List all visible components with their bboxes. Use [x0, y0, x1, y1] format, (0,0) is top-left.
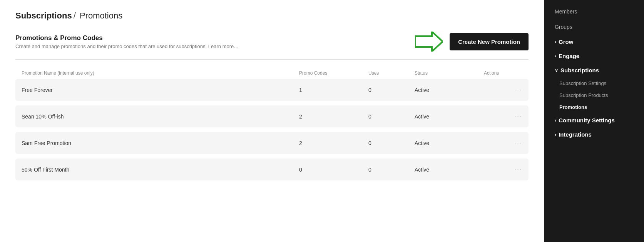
- col-header-actions: Actions: [484, 70, 522, 76]
- table-header: Promotion Name (internal use only) Promo…: [15, 67, 529, 79]
- table-row: Free Forever 1 0 Active ···: [15, 79, 529, 101]
- row-status: Active: [415, 140, 484, 146]
- row-actions-button[interactable]: ···: [484, 112, 522, 120]
- section-info: Promotions & Promo Codes Create and mana…: [15, 34, 239, 49]
- row-name: Sam Free Promotion: [22, 140, 299, 146]
- row-status: Active: [415, 87, 484, 93]
- row-promo-codes: 2: [299, 140, 368, 146]
- sidebar-item-groups[interactable]: Groups: [544, 19, 644, 35]
- svg-marker-0: [415, 32, 443, 52]
- section-divider: [15, 59, 529, 60]
- section-header: Promotions & Promo Codes Create and mana…: [15, 32, 529, 52]
- breadcrumb-separator: /: [74, 11, 76, 20]
- promotions-table: Free Forever 1 0 Active ··· Sean 10% Off…: [15, 79, 529, 180]
- table-row: 50% Off First Month 0 0 Active ···: [15, 159, 529, 180]
- row-promo-codes: 0: [299, 167, 368, 173]
- subscription-products-label: Subscription Products: [559, 92, 608, 98]
- row-status: Active: [415, 113, 484, 120]
- row-uses: 0: [368, 87, 415, 93]
- breadcrumb-current: Promotions: [80, 11, 122, 20]
- grow-chevron-icon: ›: [555, 39, 556, 45]
- subscriptions-chevron-icon: ∨: [555, 68, 558, 73]
- engage-chevron-icon: ›: [555, 53, 556, 59]
- sidebar: Members Groups › Grow › Engage ∨ Subscri…: [544, 0, 644, 242]
- breadcrumb-parent: Subscriptions: [15, 11, 72, 20]
- arrow-icon: [415, 32, 443, 52]
- grow-label: Grow: [559, 38, 573, 45]
- sidebar-section-subscriptions[interactable]: ∨ Subscriptions: [544, 63, 644, 77]
- row-uses: 0: [368, 140, 415, 146]
- sidebar-section-integrations[interactable]: › Integrations: [544, 127, 644, 142]
- row-status: Active: [415, 167, 484, 173]
- row-promo-codes: 2: [299, 113, 368, 120]
- sidebar-sub-subscription-settings[interactable]: Subscription Settings: [544, 77, 644, 89]
- row-uses: 0: [368, 167, 415, 173]
- row-name: Free Forever: [22, 87, 299, 93]
- breadcrumb: Subscriptions/ Promotions: [15, 11, 529, 21]
- subscription-settings-label: Subscription Settings: [559, 80, 606, 86]
- create-promotion-button[interactable]: Create New Promotion: [450, 33, 529, 50]
- table-row: Sam Free Promotion 2 0 Active ···: [15, 132, 529, 154]
- sidebar-section-grow[interactable]: › Grow: [544, 35, 644, 49]
- groups-label: Groups: [555, 24, 572, 30]
- row-actions-button[interactable]: ···: [484, 165, 522, 174]
- row-actions-button[interactable]: ···: [484, 139, 522, 147]
- community-settings-label: Community Settings: [559, 117, 615, 124]
- section-description: Create and manage promotions and their p…: [15, 43, 239, 49]
- promotions-label: Promotions: [559, 104, 587, 110]
- col-header-status: Status: [415, 70, 484, 76]
- subscriptions-label: Subscriptions: [560, 67, 599, 73]
- row-name: 50% Off First Month: [22, 167, 299, 173]
- integrations-chevron-icon: ›: [555, 132, 556, 137]
- integrations-label: Integrations: [559, 131, 592, 138]
- sidebar-section-community-settings[interactable]: › Community Settings: [544, 113, 644, 127]
- row-actions-button[interactable]: ···: [484, 86, 522, 94]
- col-header-name: Promotion Name (internal use only): [22, 70, 299, 76]
- members-label: Members: [555, 8, 577, 15]
- header-actions: Create New Promotion: [415, 32, 529, 52]
- row-promo-codes: 1: [299, 87, 368, 93]
- sidebar-sub-subscription-products[interactable]: Subscription Products: [544, 89, 644, 101]
- community-settings-chevron-icon: ›: [555, 118, 556, 123]
- sidebar-sub-promotions[interactable]: Promotions: [544, 101, 644, 113]
- row-uses: 0: [368, 113, 415, 120]
- engage-label: Engage: [559, 53, 579, 59]
- sidebar-section-engage[interactable]: › Engage: [544, 49, 644, 63]
- table-row: Sean 10% Off-ish 2 0 Active ···: [15, 105, 529, 127]
- col-header-promo-codes: Promo Codes: [299, 70, 368, 76]
- main-content: Subscriptions/ Promotions Promotions & P…: [0, 0, 544, 242]
- col-header-uses: Uses: [368, 70, 415, 76]
- section-title: Promotions & Promo Codes: [15, 34, 239, 42]
- sidebar-item-members[interactable]: Members: [544, 4, 644, 19]
- row-name: Sean 10% Off-ish: [22, 113, 299, 120]
